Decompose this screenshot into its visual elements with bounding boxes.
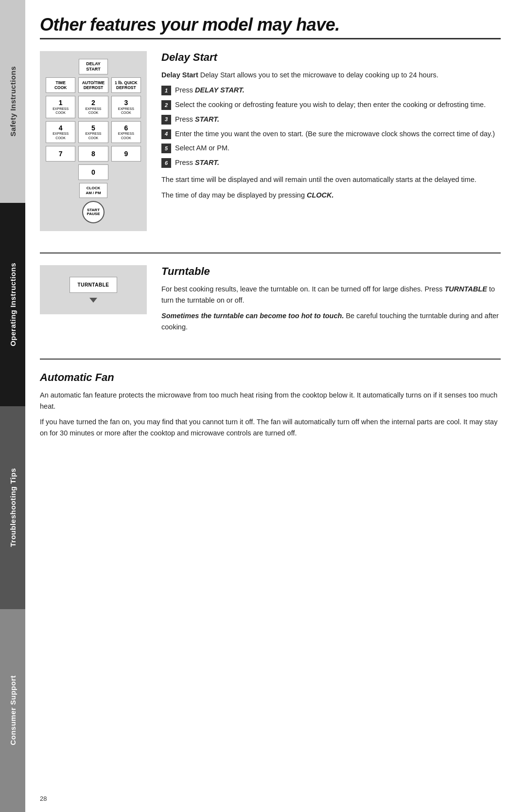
step-6-num: 6 <box>161 158 171 168</box>
keypad-row-top: TIMECOOK AUTO/TIMEDEFROST 1 lb. QUICKDEF… <box>46 77 141 93</box>
step-1-num: 1 <box>161 86 171 95</box>
sidebar-label-operating: Operating Instructions <box>9 263 17 346</box>
sidebar-label-safety: Safety Instructions <box>9 66 17 137</box>
step-1: 1 Press DELAY START. <box>161 85 501 96</box>
turntable-para1: For best cooking results, leave the turn… <box>161 284 501 306</box>
sidebar-section-troubleshooting: Troubleshooting Tips <box>0 406 25 609</box>
keypad-row-789: 7 8 9 <box>46 146 141 162</box>
automatic-fan-para1: An automatic fan feature protects the mi… <box>40 390 501 412</box>
keypad-8-button: 8 <box>78 146 108 162</box>
delay-start-intro-text: Delay Start allows you to set the microw… <box>200 71 438 79</box>
sidebar-section-support: Consumer Support <box>0 609 25 812</box>
step-4: 4 Enter the time you want the oven to st… <box>161 129 501 140</box>
step-2-num: 2 <box>161 100 171 110</box>
step-4-text: Enter the time you want the oven to star… <box>175 129 495 140</box>
delay-start-text: Delay Start Delay Start Delay Start allo… <box>161 51 501 231</box>
sidebar-label-support: Consumer Support <box>9 675 17 745</box>
keypad-row-456: 4EXPRESS COOK 5EXPRESS COOK 6EXPRESS COO… <box>46 121 141 144</box>
turntable-heading: Turntable <box>161 265 501 278</box>
keypad-row-123: 1EXPRESS COOK 2EXPRESS COOK 3EXPRESS COO… <box>46 96 141 118</box>
turntable-body: For best cooking results, leave the turn… <box>161 284 501 332</box>
turntable-button: TURNTABLE <box>70 277 118 293</box>
start-pause-button: STARTPAUSE <box>82 201 105 223</box>
step-6: 6 Press START. <box>161 158 501 168</box>
keypad-9-button: 9 <box>111 146 141 162</box>
page-number: 28 <box>40 795 47 802</box>
keypad-1-button: 1EXPRESS COOK <box>46 96 75 118</box>
sidebar-section-safety: Safety Instructions <box>0 0 25 203</box>
keypad-5-button: 5EXPRESS COOK <box>78 121 108 144</box>
delay-start-intro: Delay Start Delay Start allows you to se… <box>161 70 501 80</box>
turntable-text: Turntable For best cooking results, leav… <box>161 265 501 337</box>
delay-start-footer2: The time of day may be displayed by pres… <box>161 190 501 200</box>
step-2: 2 Select the cooking or defrosting featu… <box>161 100 501 110</box>
turntable-section: TURNTABLE Turntable For best cooking res… <box>40 265 501 349</box>
keypad-7-button: 7 <box>46 146 75 162</box>
turntable-diagram: TURNTABLE <box>40 265 147 314</box>
automatic-fan-text: Automatic Fan An automatic fan feature p… <box>40 371 501 443</box>
keypad-0-button: 0 <box>78 164 108 180</box>
main-content: Other features your model may have. DELA… <box>25 0 525 812</box>
delay-start-footer1: The start time will be displayed and wil… <box>161 174 501 185</box>
step-1-text: Press DELAY START. <box>175 85 245 96</box>
delay-start-body: Delay Start Delay Start allows you to se… <box>161 70 501 201</box>
sidebar-label-troubleshooting: Troubleshooting Tips <box>9 468 17 547</box>
sidebar-section-operating: Operating Instructions <box>0 203 25 406</box>
page-title: Other features your model may have. <box>40 15 501 35</box>
step-3: 3 Press START. <box>161 114 501 125</box>
keypad-4-button: 4EXPRESS COOK <box>46 121 75 144</box>
keypad-6-button: 6EXPRESS COOK <box>111 121 141 144</box>
auto-time-defrost-button: AUTO/TIMEDEFROST <box>78 77 108 93</box>
delay-start-steps: 1 Press DELAY START. 2 Select the cookin… <box>161 85 501 168</box>
step-3-text: Press START. <box>175 114 219 125</box>
delay-start-section: DELAYSTART TIMECOOK AUTO/TIMEDEFROST 1 l… <box>40 51 501 243</box>
time-cook-button: TIMECOOK <box>46 77 75 93</box>
title-divider <box>40 38 501 39</box>
step-6-text: Press START. <box>175 158 219 168</box>
turntable-para2: Sometimes the turntable can become too h… <box>161 310 501 332</box>
delay-start-heading: Delay Start <box>161 51 501 64</box>
automatic-fan-para2: If you have turned the fan on, you may f… <box>40 416 501 438</box>
turntable-triangle-icon <box>89 298 97 303</box>
section-divider-2 <box>40 359 501 360</box>
automatic-fan-section: Automatic Fan An automatic fan feature p… <box>40 371 501 455</box>
quick-defrost-button: 1 lb. QUICKDEFROST <box>111 77 141 93</box>
section-divider-1 <box>40 253 501 253</box>
delay-start-button: DELAYSTART <box>79 59 108 74</box>
step-5: 5 Select AM or PM. <box>161 143 501 154</box>
automatic-fan-heading: Automatic Fan <box>40 371 501 384</box>
sidebar: Safety Instructions Operating Instructio… <box>0 0 25 812</box>
keypad-row-0: 0 <box>46 164 141 180</box>
step-2-text: Select the cooking or defrosting feature… <box>175 100 486 110</box>
keypad-diagram: DELAYSTART TIMECOOK AUTO/TIMEDEFROST 1 l… <box>40 51 147 231</box>
clock-button: CLOCKAM / PM <box>79 183 107 198</box>
step-3-num: 3 <box>161 115 171 125</box>
step-5-text: Select AM or PM. <box>175 143 229 154</box>
keypad-3-button: 3EXPRESS COOK <box>111 96 141 118</box>
step-5-num: 5 <box>161 144 171 153</box>
automatic-fan-body: An automatic fan feature protects the mi… <box>40 390 501 438</box>
keypad-2-button: 2EXPRESS COOK <box>78 96 108 118</box>
step-4-num: 4 <box>161 129 171 139</box>
